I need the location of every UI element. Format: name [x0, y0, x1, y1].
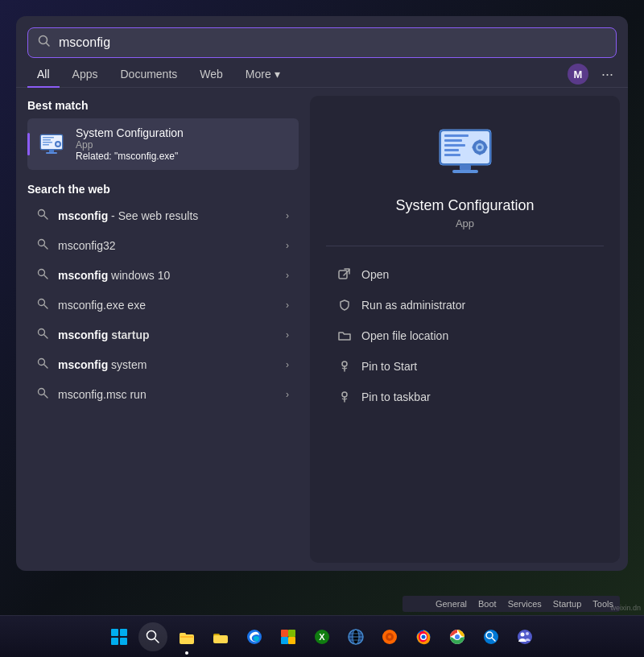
web-item-text-6: msconfig.msc run [58, 388, 147, 401]
action-open[interactable]: Open [326, 259, 604, 290]
taskbar-music[interactable] [375, 622, 404, 651]
pin-taskbar-icon [337, 390, 352, 404]
svg-point-46 [342, 392, 347, 397]
svg-rect-38 [472, 147, 475, 149]
web-search-item-2[interactable]: msconfig windows 10 › [27, 260, 299, 290]
tab-apps[interactable]: Apps [63, 61, 108, 87]
svg-point-22 [39, 359, 45, 366]
svg-rect-6 [43, 142, 52, 143]
arrow-right-4: › [286, 329, 289, 341]
svg-point-69 [388, 635, 391, 638]
best-match-related: Related: "msconfig.exe" [76, 151, 289, 162]
arrow-right-1: › [286, 240, 289, 251]
msconfig-tab-services[interactable]: Services [508, 599, 542, 609]
svg-point-72 [422, 634, 426, 638]
search-icon-small-3 [37, 298, 48, 312]
taskbar-start-button[interactable] [105, 622, 134, 651]
related-prefix: Related: [76, 151, 114, 162]
svg-rect-40 [460, 165, 471, 170]
arrow-right-0: › [286, 210, 289, 221]
tab-all[interactable]: All [27, 61, 60, 87]
search-icon-small-2 [37, 268, 48, 282]
taskbar-edge[interactable] [240, 622, 269, 651]
web-search-item-4[interactable]: msconfig startup › [27, 320, 299, 349]
tab-documents[interactable]: Documents [110, 61, 187, 87]
msconfig-tab-startup[interactable]: Startup [553, 599, 581, 609]
taskbar-file-explorer[interactable] [172, 622, 201, 651]
svg-rect-7 [43, 144, 49, 146]
best-match-item[interactable]: System Configuration App Related: "mscon… [27, 118, 299, 170]
search-overlay: All Apps Documents Web More ▾ M ··· Best… [16, 16, 628, 571]
pin-start-icon [337, 359, 352, 374]
taskbar-xbox[interactable]: X [308, 622, 336, 651]
svg-line-15 [44, 246, 47, 249]
svg-rect-42 [339, 271, 347, 279]
svg-rect-30 [444, 144, 465, 147]
svg-rect-39 [484, 147, 487, 149]
svg-text:X: X [319, 632, 325, 642]
web-search-item-6[interactable]: msconfig.msc run › [27, 379, 299, 409]
user-avatar[interactable]: M [568, 64, 588, 85]
svg-rect-5 [43, 139, 51, 141]
svg-rect-41 [452, 170, 478, 173]
arrow-right-3: › [286, 300, 289, 311]
taskbar-security[interactable] [477, 622, 506, 651]
tabs-more-button[interactable]: ··· [598, 64, 617, 85]
web-item-text-1: msconfig32 [58, 239, 116, 252]
tab-more[interactable]: More ▾ [236, 61, 290, 87]
search-icon-small-6 [37, 387, 48, 401]
svg-line-17 [44, 275, 47, 279]
svg-point-80 [521, 632, 525, 636]
action-pin-to-taskbar[interactable]: Pin to taskbar [326, 382, 604, 412]
web-item-text-0: msconfig - See web results [58, 209, 198, 222]
action-open-file-location-label: Open file location [361, 329, 448, 342]
action-open-file-location[interactable]: Open file location [326, 320, 604, 351]
svg-rect-28 [444, 134, 469, 137]
web-search-item-3[interactable]: msconfig.exe exe › [27, 290, 299, 320]
action-pin-to-start[interactable]: Pin to Start [326, 351, 604, 382]
svg-point-12 [39, 210, 45, 217]
svg-point-24 [39, 389, 45, 395]
action-run-as-admin[interactable]: Run as administrator [326, 290, 604, 320]
taskbar-globe[interactable] [341, 622, 370, 651]
web-search-item-5[interactable]: msconfig system › [27, 349, 299, 379]
taskbar-teams[interactable] [510, 622, 539, 651]
action-pin-to-start-label: Pin to Start [361, 360, 417, 373]
web-search-item-0[interactable]: msconfig - See web results › [27, 200, 299, 230]
app-type-label: App [456, 217, 474, 229]
svg-rect-29 [444, 139, 462, 142]
taskbar-chrome[interactable] [443, 622, 472, 651]
search-input[interactable] [59, 35, 606, 50]
best-match-app-icon [37, 130, 66, 159]
svg-point-75 [455, 634, 460, 639]
search-icon [38, 35, 51, 51]
taskbar-firefox[interactable] [409, 622, 438, 651]
svg-rect-32 [444, 154, 460, 156]
msconfig-tab-boot[interactable]: Boot [478, 599, 497, 609]
tab-web[interactable]: Web [190, 61, 233, 87]
external-link-icon [337, 267, 352, 282]
web-search-item-1[interactable]: msconfig32 › [27, 230, 299, 260]
taskbar-search-button[interactable] [138, 622, 167, 651]
arrow-right-5: › [286, 359, 289, 370]
svg-rect-57 [288, 630, 295, 637]
best-match-info: System Configuration App Related: "mscon… [76, 126, 289, 162]
msconfig-tabs-hint: General Boot Services Startup Tools [402, 596, 620, 612]
web-item-text-4: msconfig startup [58, 328, 150, 341]
action-pin-to-taskbar-label: Pin to taskbar [361, 390, 431, 403]
taskbar-folders[interactable] [206, 622, 235, 651]
web-item-text-5: msconfig system [58, 358, 147, 371]
tabs-bar: All Apps Documents Web More ▾ M ··· [16, 61, 628, 88]
taskbar-store[interactable] [274, 622, 303, 651]
desktop: All Apps Documents Web More ▾ M ··· Best… [0, 0, 644, 657]
msconfig-tab-general[interactable]: General [436, 599, 467, 609]
svg-line-49 [155, 638, 159, 643]
search-icon-small-5 [37, 357, 48, 371]
svg-point-9 [56, 143, 60, 146]
action-open-label: Open [361, 268, 389, 281]
divider [326, 246, 604, 246]
svg-line-1 [47, 43, 50, 47]
svg-rect-52 [180, 636, 193, 638]
web-item-text-3: msconfig.exe exe [58, 299, 146, 312]
related-value: "msconfig.exe" [114, 151, 178, 162]
